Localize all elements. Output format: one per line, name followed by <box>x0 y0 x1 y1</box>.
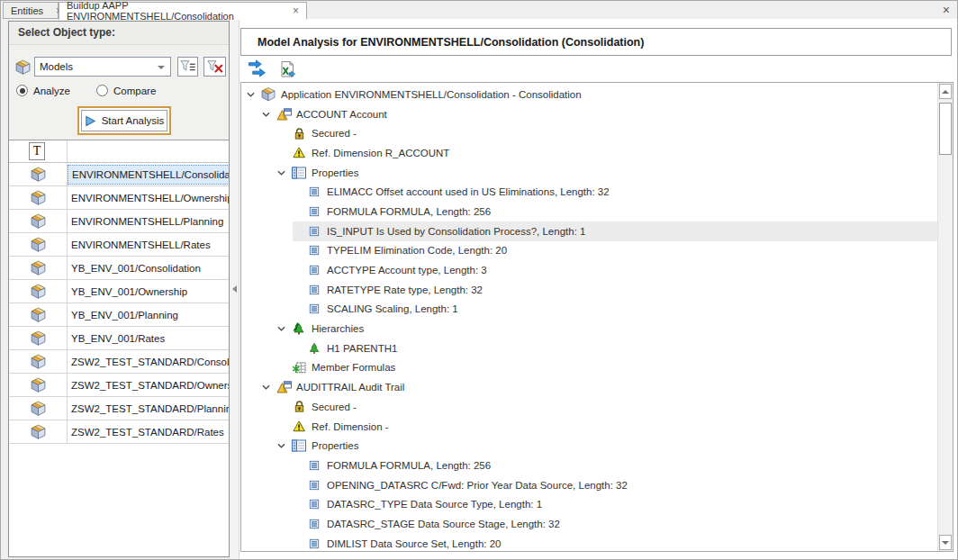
model-name: ZSW2_TEST_STANDARD/Consoli... <box>68 352 229 372</box>
tree-item[interactable]: Member Formulas <box>241 358 937 378</box>
tree-item-label: Hierarchies <box>312 323 364 334</box>
tree-item[interactable]: Secured - <box>241 397 937 417</box>
property-icon <box>306 265 322 275</box>
tree-item-label: DIMLIST Data Source Set, Length: 20 <box>327 538 501 549</box>
tree-item[interactable]: DATASRC_STAGE Data Source Stage, Length:… <box>241 514 937 534</box>
lock-icon <box>291 127 307 140</box>
tree-item[interactable]: IS_INPUT Is Used by Consolidation Proces… <box>241 221 937 241</box>
model-row[interactable]: ZSW2_TEST_STANDARD/Planning <box>9 397 229 420</box>
chevron-down-icon[interactable] <box>262 384 276 390</box>
collapse-left-icon[interactable] <box>232 285 237 293</box>
tree-item[interactable]: ACCOUNT Account <box>241 104 937 124</box>
tree-item-label: Secured - <box>312 128 357 139</box>
filter-button[interactable] <box>177 57 198 77</box>
export-excel-button[interactable] <box>276 59 298 80</box>
tree-item[interactable]: ELIMACC Offset account used in US Elimin… <box>241 182 937 202</box>
text-filter-icon[interactable]: T <box>29 142 45 160</box>
radio-compare[interactable]: Compare <box>96 85 156 96</box>
model-cube-icon <box>30 353 47 370</box>
close-icon[interactable]: × <box>293 5 299 16</box>
chevron-down-icon[interactable] <box>277 170 291 176</box>
model-cube-icon <box>30 283 47 300</box>
analysis-tree: Application ENVIRONMENTSHELL/Consolidati… <box>240 82 953 552</box>
tree-item[interactable]: FORMULA FORMULA, Length: 256 <box>241 202 937 221</box>
model-row[interactable]: ENVIRONMENTSHELL/Ownership <box>9 186 229 210</box>
property-icon <box>306 226 322 237</box>
analysis-toolbar <box>240 56 952 82</box>
tree-item[interactable]: Properties <box>241 436 937 456</box>
property-icon <box>306 519 322 529</box>
lock-icon <box>291 400 307 413</box>
tree-item[interactable]: SCALING Scaling, Length: 1 <box>241 300 937 320</box>
tree-item[interactable]: TYPELIM Elimination Code, Length: 20 <box>241 241 937 261</box>
start-analysis-button[interactable]: Start Analysis <box>81 110 167 131</box>
tree-item[interactable]: OPENING_DATASRC C/Fwd: Prior Year Data S… <box>241 475 937 495</box>
object-type-value: Models <box>40 61 73 72</box>
tree-item-label: Ref. Dimension - <box>312 421 389 432</box>
model-row[interactable]: ZSW2_TEST_STANDARD/Owners... <box>9 374 229 397</box>
chevron-down-icon[interactable] <box>247 92 260 97</box>
tab-buildup[interactable]: Buildup AAPP ENVIRONMENTSHELL/Consolidat… <box>59 2 307 20</box>
tab-strip: Entities × Buildup AAPP ENVIRONMENTSHELL… <box>1 1 957 19</box>
model-row[interactable]: ENVIRONMENTSHELL/Consolidation <box>9 163 229 186</box>
panel-splitter[interactable] <box>230 19 240 560</box>
model-row[interactable]: ENVIRONMENTSHELL/Rates <box>9 233 229 257</box>
model-row[interactable]: ZSW2_TEST_STANDARD/Rates <box>9 420 229 444</box>
analyze-arrows-button[interactable] <box>246 59 267 80</box>
tree-item[interactable]: AUDITTRAIL Audit Trail <box>241 377 937 397</box>
model-name: YB_ENV_001/Consolidation <box>68 258 204 278</box>
property-icon <box>306 206 322 217</box>
clear-filter-button[interactable] <box>203 57 226 77</box>
tree-item[interactable]: Hierarchies <box>241 319 937 339</box>
tree-item[interactable]: Ref. Dimension - <box>241 417 937 437</box>
scroll-up-button[interactable] <box>939 84 952 99</box>
model-row[interactable]: YB_ENV_001/Consolidation <box>9 257 229 280</box>
tree-item[interactable]: H1 PARENTH1 <box>241 339 937 358</box>
tab-entities[interactable]: Entities × <box>3 2 59 19</box>
tree-item-label: IS_INPUT Is Used by Consolidation Proces… <box>327 226 585 237</box>
tree-item[interactable]: Properties <box>241 163 937 183</box>
model-cube-icon <box>30 423 47 440</box>
chevron-down-icon[interactable] <box>277 443 291 448</box>
tree-item-label: Secured - <box>312 402 357 412</box>
analyze-compare-radios: Analyze Compare <box>9 85 229 103</box>
tree-item-label: ELIMACC Offset account used in US Elimin… <box>327 186 610 197</box>
scroll-down-button[interactable] <box>939 535 952 550</box>
model-row[interactable]: ENVIRONMENTSHELL/Planning <box>9 210 229 233</box>
vertical-scrollbar[interactable] <box>937 83 953 551</box>
model-cube-icon <box>30 212 47 230</box>
analysis-tree-rows: Application ENVIRONMENTSHELL/Consolidati… <box>241 83 937 551</box>
tree-item[interactable]: DATASRC_TYPE Data Source Type, Length: 1 <box>241 494 937 514</box>
property-icon <box>306 245 322 256</box>
model-row[interactable]: YB_ENV_001/Rates <box>9 327 229 350</box>
tree-item[interactable]: DIMLIST Data Source Set, Length: 20 <box>241 534 937 551</box>
property-icon <box>306 303 322 314</box>
model-row[interactable]: YB_ENV_001/Planning <box>9 303 229 327</box>
model-cube-icon <box>260 86 276 103</box>
panel-title: Select Object type: <box>9 22 229 45</box>
tree-item[interactable]: RATETYPE Rate type, Length: 32 <box>241 280 937 300</box>
radio-analyze[interactable]: Analyze <box>16 85 70 96</box>
model-cube-icon <box>14 58 32 77</box>
model-name: ZSW2_TEST_STANDARD/Planning <box>68 399 229 419</box>
scrollbar-thumb[interactable] <box>939 103 952 155</box>
model-name: ENVIRONMENTSHELL/Planning <box>68 212 227 231</box>
page-title: Model Analysis for ENVIRONMENTSHELL/Cons… <box>240 28 952 56</box>
object-type-dropdown[interactable]: Models <box>34 57 171 77</box>
model-row[interactable]: ZSW2_TEST_STANDARD/Consoli... <box>9 350 229 374</box>
tree-item[interactable]: ACCTYPE Account type, Length: 3 <box>241 260 937 280</box>
radio-selected-icon <box>16 85 28 96</box>
tree-item[interactable]: Ref. Dimension R_ACCOUNT <box>241 143 937 163</box>
model-row[interactable]: YB_ENV_001/Ownership <box>9 280 229 303</box>
close-icon[interactable]: × <box>943 4 950 16</box>
chevron-down-icon[interactable] <box>277 326 291 331</box>
model-name: YB_ENV_001/Planning <box>68 305 182 325</box>
tree-item-label: Ref. Dimension R_ACCOUNT <box>312 148 449 158</box>
tree-item-label: Properties <box>312 440 358 451</box>
property-icon <box>306 480 322 491</box>
tree-item[interactable]: Application ENVIRONMENTSHELL/Consolidati… <box>241 85 937 104</box>
start-analysis-label: Start Analysis <box>102 115 165 126</box>
chevron-down-icon[interactable] <box>262 112 276 117</box>
tree-item[interactable]: FORMULA FORMULA, Length: 256 <box>241 456 937 475</box>
tree-item[interactable]: Secured - <box>241 123 937 143</box>
